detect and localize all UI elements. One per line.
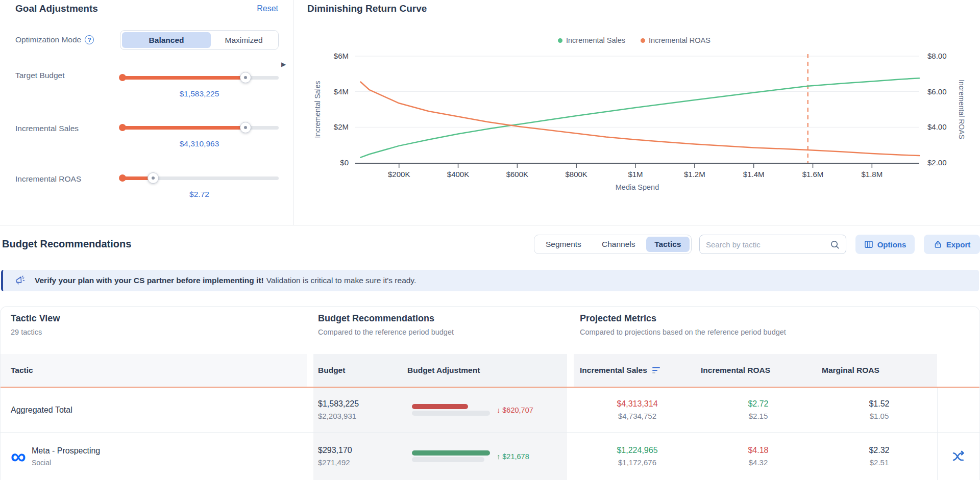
slider-start-dot [119,124,126,131]
incremental-roas-value: $2.72 [748,399,768,409]
optimization-mode-label: Optimization Mode [15,35,94,44]
target-budget-value: $1,583,225 [120,89,279,98]
column-tactic[interactable]: Tactic [1,354,307,387]
svg-text:$2.00: $2.00 [927,158,947,167]
column-incremental-sales[interactable]: Incremental Sales [574,366,695,375]
tab-segments[interactable]: Segments [536,237,591,252]
incremental-sales-reference: $1,172,676 [618,458,656,467]
target-budget-slider[interactable] [120,72,279,83]
budget-adjustment-delta: ↓ $620,707 [497,406,533,414]
validation-alert-banner: Verify your plan with your CS partner be… [1,270,979,291]
toggle-option-balanced[interactable]: Balanced [122,32,211,48]
columns-icon [864,240,873,249]
marginal-roas-value: $1.52 [869,399,889,409]
budget-adjustment-bars [412,404,490,416]
incremental-sales-value: $4,313,314 [617,399,657,409]
arrow-icon: ↓ [497,406,500,414]
svg-text:$600K: $600K [506,170,528,179]
svg-text:$200K: $200K [388,170,410,179]
slider-handle[interactable] [148,172,159,184]
budget-adjustment-bars [412,450,490,462]
group-budget-recommendations: Budget Recommendations Compared to the r… [313,307,567,354]
toggle-option-maximized[interactable]: Maximized [211,32,277,48]
budget-optimizer-page: Goal Adjustments Reset Optimization Mode… [0,0,980,480]
marginal-roas-reference: $1.05 [870,412,889,420]
incremental-roas-slider[interactable] [120,172,279,184]
incremental-roas-reference: $4.32 [749,458,768,467]
alert-bold-text: Verify your plan with your CS partner be… [35,276,264,285]
sort-descending-icon[interactable] [652,367,660,374]
green-dot-icon [558,38,562,43]
search-icon[interactable] [830,240,840,249]
options-button[interactable]: Options [855,235,915,254]
table-group-header: Tactic View 29 tactics Budget Recommenda… [1,307,979,354]
search-box [699,235,846,254]
svg-text:Incremental Sales: Incremental Sales [313,81,322,138]
chart-legend: Incremental Sales Incremental ROAS [558,36,710,44]
projected-columns: Incremental Sales Incremental ROAS Margi… [574,354,937,387]
reset-button[interactable]: Reset [257,4,278,13]
tab-channels[interactable]: Channels [591,237,646,252]
group-projected-metrics: Projected Metrics Compared to projection… [574,307,937,354]
budget-value: $1,583,225 [318,399,407,409]
incremental-sales-slider[interactable] [120,122,279,133]
help-icon[interactable] [85,35,94,44]
row-name: Aggregated Total [11,406,72,415]
column-budget-adjustment[interactable]: Budget Adjustment [407,366,567,375]
meta-logo-icon: ∞ [11,450,25,462]
marginal-roas-value: $2.32 [869,446,889,455]
incremental-roas-label: Incremental ROAS [15,174,81,184]
view-tabs: Segments Channels Tactics [534,235,692,254]
recommendations-table: Tactic View 29 tactics Budget Recommenda… [0,306,980,480]
panel-collapse-icon[interactable]: ▶ [281,61,286,68]
optimization-mode-toggle: Balanced Maximized [120,30,279,50]
incremental-sales-label: Incremental Sales [15,124,79,133]
column-incremental-roas[interactable]: Incremental ROAS [695,366,816,375]
svg-text:$8.00: $8.00 [927,52,947,60]
target-budget-label: Target Budget [15,71,65,80]
curves-icon[interactable] [951,449,966,464]
slider-handle[interactable] [240,122,251,133]
slider-start-dot [119,74,126,81]
svg-text:$1M: $1M [628,170,643,179]
svg-text:$2M: $2M [334,122,349,131]
megaphone-icon [14,275,26,286]
diminishing-return-chart: $200K$400K$600K$800K$1M$1.2M$1.4M$1.6M$1… [295,0,980,225]
svg-text:$400K: $400K [447,170,469,179]
svg-text:$6.00: $6.00 [927,87,947,96]
search-input[interactable] [706,240,830,249]
svg-text:$4M: $4M [334,87,349,96]
svg-text:$4.00: $4.00 [927,122,947,131]
table-row-aggregated-total[interactable]: Aggregated Total $1,583,225 $2,203,931 ↓… [1,388,979,433]
slider-start-dot [119,174,126,182]
svg-text:$0: $0 [340,158,349,167]
legend-incremental-sales: Incremental Sales [558,36,625,44]
budget-adjustment-delta: ↑ $21,678 [497,452,529,461]
export-icon [934,240,942,249]
diminishing-return-panel: Diminishing Return Curve $200K$400K$600K… [295,0,980,225]
budget-recommendations-heading: Budget Recommendations [2,238,131,250]
svg-text:Media Spend: Media Spend [616,183,659,191]
export-button[interactable]: Export [924,235,980,254]
table-row-meta-prospecting[interactable]: ∞ Meta - Prospecting Social $293,170 $27… [1,433,979,480]
svg-text:$6M: $6M [334,52,349,60]
svg-text:Incremental ROAS: Incremental ROAS [958,80,966,139]
svg-text:$1.2M: $1.2M [684,170,705,179]
section-divider [0,225,980,225]
group-tactic-view: Tactic View 29 tactics [1,307,307,354]
svg-text:$1.4M: $1.4M [743,170,765,179]
column-budget[interactable]: Budget [313,366,407,375]
svg-text:$1.8M: $1.8M [861,170,883,179]
budget-value: $293,170 [318,446,407,455]
tab-tactics[interactable]: Tactics [646,237,690,252]
slider-handle[interactable] [240,72,251,83]
alert-text: Validation is critical to make sure it's… [266,276,416,285]
row-name: Meta - Prospecting [32,446,100,456]
goal-adjustments-title: Goal Adjustments [15,3,98,14]
column-marginal-roas[interactable]: Marginal ROAS [816,366,937,375]
row-channel: Social [32,459,100,467]
incremental-sales-reference: $4,734,752 [618,412,656,420]
incremental-sales-value: $1,224,965 [617,446,657,455]
budget-reference-value: $2,203,931 [318,412,407,420]
incremental-sales-value: $4,310,963 [120,139,279,148]
